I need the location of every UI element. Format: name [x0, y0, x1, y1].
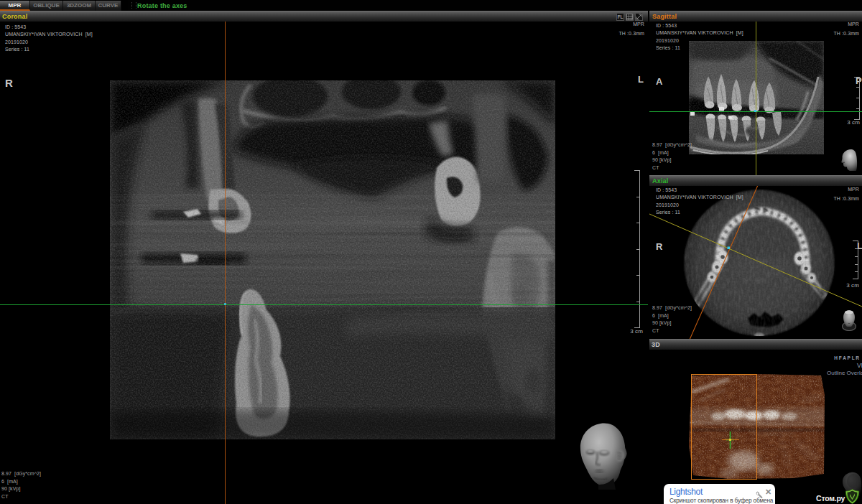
- patient-id: ID : 5543: [5, 24, 93, 31]
- coronal-crosshair-horizontal[interactable]: [0, 304, 648, 305]
- coronal-ct-image[interactable]: [110, 80, 555, 439]
- render-mode-label: VR: [857, 362, 862, 369]
- sagittal-ct-image[interactable]: [689, 41, 824, 154]
- panel-3d: 3D H F A P L R VR Outline Overlay: [649, 339, 862, 504]
- mode-thickness-block: MPR TH :0.3mm: [544, 22, 644, 38]
- lightshot-message: Скриншот скопирован в буфер обмена: [669, 498, 773, 504]
- coronal-viewport[interactable]: ID : 5543 UMANSKIY*IVAN VIKTOROVICH [M] …: [0, 22, 648, 504]
- axial-crosshair-sagittal-line: [690, 186, 759, 339]
- study-date: 20191020: [5, 39, 93, 46]
- toolbar-grip-icon[interactable]: [131, 2, 136, 9]
- axial-title: Axial: [652, 177, 669, 185]
- acquisition-block: 8.97 [dGy*cm^2] 6 [mA] 90 [kVp] CT: [652, 141, 692, 172]
- threed-titlebar: 3D: [649, 339, 862, 350]
- expand-button[interactable]: [635, 13, 643, 21]
- modality-line: CT: [1, 493, 41, 501]
- app-window: MPR OBLIQUE 3DZOOM CURVE Rotate the axes…: [0, 0, 862, 504]
- dose-line: 8.97 [dGy*cm^2]: [652, 141, 692, 149]
- stomru-watermark: Стом.ру: [816, 494, 845, 503]
- mode-thickness-block: MPR TH :0.3mm: [759, 22, 859, 38]
- lightshot-notification: Lightshot ✕ Скриншот скопирован в буфер …: [664, 484, 775, 504]
- axial-crosshair-coronal-line: [649, 214, 862, 307]
- ma-line: 6 [mA]: [652, 149, 692, 157]
- sagittal-crosshair-vertical[interactable]: [756, 22, 756, 175]
- thickness-label: TH :0.3mm: [759, 30, 859, 37]
- sagittal-viewport[interactable]: ID : 5543 UMANSKIY*IVAN VIKTOROVICH [M] …: [649, 22, 862, 175]
- outline-overlay-label: Outline Overlay: [827, 370, 862, 376]
- orientation-left-label: A: [656, 76, 662, 87]
- sagittal-scale-label: 3 cm: [820, 119, 860, 126]
- orientation-right-label: L: [638, 74, 644, 85]
- tab-3dzoom[interactable]: 3DZOOM: [63, 1, 96, 11]
- panel-coronal: Coronal FL ID : 5543 UMANSKIY*IVAN VIKTO…: [0, 11, 648, 504]
- patient-name: UMANSKIY*IVAN VIKTOROVICH [M]: [656, 29, 743, 37]
- tab-curve[interactable]: CURVE: [96, 1, 121, 11]
- sagittal-titlebar: Sagittal: [649, 11, 862, 22]
- acquisition-block: 8.97 [dGy*cm^2] 6 [mA] 90 [kVp] CT: [1, 470, 41, 500]
- grid-layout-button[interactable]: [626, 13, 634, 21]
- axial-titlebar: Axial: [649, 175, 862, 186]
- patient-info-block: ID : 5543 UMANSKIY*IVAN VIKTOROVICH [M] …: [5, 24, 93, 54]
- mode-label: MPR: [544, 22, 644, 28]
- sagittal-crosshair-center[interactable]: [754, 110, 756, 112]
- tool-ribbon: Rotate the axes: [128, 0, 862, 11]
- orientation-left-label: R: [5, 77, 13, 89]
- orientation-head-icon[interactable]: [840, 149, 858, 172]
- kvp-line: 90 [kVp]: [652, 157, 692, 164]
- lightshot-close-icon[interactable]: ✕: [765, 488, 772, 495]
- tab-mpr[interactable]: MPR: [0, 1, 30, 11]
- patient-id: ID : 5543: [656, 22, 743, 29]
- volume-target-marker[interactable]: [721, 431, 740, 449]
- view-mode-tabbar: MPR OBLIQUE 3DZOOM CURVE Rotate the axes: [0, 0, 862, 11]
- sagittal-scale-ruler: [849, 74, 862, 123]
- patient-info-block: ID : 5543 UMANSKIY*IVAN VIKTOROVICH [M] …: [656, 22, 743, 52]
- coronal-crosshair-center[interactable]: [224, 303, 226, 305]
- kvp-line: 90 [kVp]: [1, 485, 41, 493]
- coronal-scale-ruler: [629, 167, 642, 331]
- patient-name: UMANSKIY*IVAN VIKTOROVICH [M]: [5, 31, 93, 38]
- threed-viewport[interactable]: H F A P L R VR Outline Overlay: [649, 350, 862, 504]
- orientation-head-icon[interactable]: [577, 422, 630, 490]
- rotate-axes-tool-label[interactable]: Rotate the axes: [137, 2, 187, 9]
- dose-line: 8.97 [dGy*cm^2]: [1, 470, 41, 478]
- lightshot-title[interactable]: Lightshot: [669, 487, 703, 497]
- threed-orientation-letters: H F A P L R: [834, 355, 859, 360]
- coronal-scale-label: 3 cm: [603, 328, 643, 335]
- mode-label: MPR: [759, 22, 859, 28]
- stomru-shield-logo[interactable]: [845, 489, 860, 504]
- axial-viewport[interactable]: ID : 5543 UMANSKIY*IVAN VIKTOROVICH [M] …: [649, 186, 862, 339]
- series-number: Series : 11: [5, 46, 93, 53]
- panel-axial: Axial ID : 5543 UMANSKIY*IVAN VIKTOROVIC…: [649, 175, 862, 339]
- ma-line: 6 [mA]: [1, 478, 41, 486]
- coronal-titlebar: Coronal FL: [0, 11, 648, 22]
- volume-clip-box[interactable]: [691, 374, 757, 480]
- study-date: 20191020: [656, 37, 743, 45]
- fl-button[interactable]: FL: [616, 13, 624, 21]
- axial-crosshair-center: [728, 247, 731, 250]
- panel-sagittal: Sagittal ID : 5543 UMANSKIY*IVAN VIKTORO…: [649, 11, 862, 175]
- thickness-label: TH :0.3mm: [544, 30, 644, 37]
- series-number: Series : 11: [656, 45, 743, 52]
- lightshot-settings-button[interactable]: [756, 488, 763, 495]
- coronal-crosshair-vertical[interactable]: [225, 22, 226, 504]
- coronal-title: Coronal: [2, 13, 27, 20]
- axial-crosshair-overlay[interactable]: [649, 186, 862, 339]
- modality-line: CT: [652, 164, 692, 172]
- sagittal-title: Sagittal: [652, 13, 677, 20]
- expand-icon: [636, 14, 642, 20]
- grid-icon: [626, 14, 633, 20]
- tab-oblique[interactable]: OBLIQUE: [30, 1, 63, 11]
- threed-title: 3D: [652, 341, 660, 348]
